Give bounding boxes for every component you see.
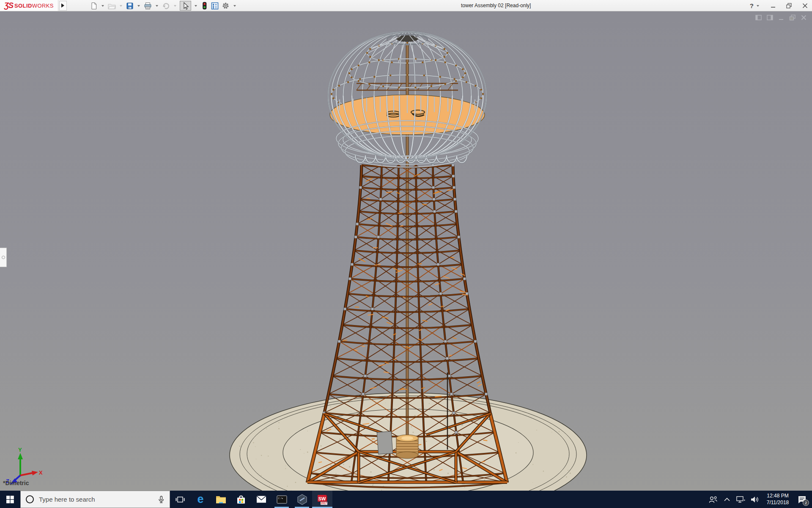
document-window-controls [755, 14, 807, 21]
new-document-button[interactable] [90, 1, 98, 11]
close-button[interactable] [802, 3, 808, 8]
restore-button[interactable] [786, 3, 792, 8]
print-button[interactable] [143, 1, 152, 11]
undo-button[interactable] [162, 1, 170, 11]
3d-app-icon [297, 494, 307, 505]
people-button[interactable] [707, 491, 719, 508]
windows-taskbar: e [0, 491, 812, 508]
command-prompt-icon: C:\ [277, 495, 287, 504]
new-caret[interactable] [102, 5, 104, 7]
undo-icon [162, 2, 170, 10]
options-caret[interactable] [233, 5, 236, 7]
view-orientation-label: *Dimetric [3, 480, 29, 486]
chevron-up-icon [724, 497, 730, 502]
print-icon [144, 2, 152, 10]
save-floppy-icon [126, 2, 134, 10]
taskbar-search[interactable] [20, 491, 170, 508]
model-scene [0, 11, 812, 491]
task-view-icon [176, 495, 185, 504]
doc-close-button[interactable] [801, 14, 807, 21]
people-icon [709, 496, 717, 503]
doc-minimize-button[interactable] [778, 14, 785, 21]
save-caret[interactable] [137, 5, 140, 7]
edge-icon: e [197, 494, 203, 505]
open-document-button[interactable] [107, 1, 116, 11]
gear-icon [222, 2, 230, 10]
volume-button[interactable] [749, 491, 761, 508]
task-pane-button[interactable] [211, 1, 219, 11]
cortana-icon [26, 495, 34, 503]
options-button[interactable] [221, 1, 230, 11]
system-tray: 12:48 PM 7/11/2018 2 [707, 491, 812, 508]
traffic-light-icon [201, 2, 208, 10]
help-button[interactable]: ? [750, 2, 760, 9]
tray-overflow-button[interactable] [721, 491, 733, 508]
viewport-canvas[interactable]: Y X Z *Dimetric [0, 11, 812, 491]
undo-caret[interactable] [174, 5, 176, 7]
property-list-icon [211, 2, 219, 10]
file-explorer-button[interactable] [211, 491, 231, 508]
collapse-right-pane-button[interactable] [767, 14, 774, 21]
tray-date: 7/11/2018 [763, 500, 793, 506]
solidworks-logo: ƷS SOLID WORKS [0, 0, 58, 11]
mail-icon [256, 495, 266, 503]
search-input[interactable] [39, 496, 153, 503]
quick-toolbar [90, 0, 237, 11]
3d-app-button[interactable] [292, 491, 312, 508]
title-bar: ƷS SOLID WORKS [0, 0, 812, 11]
sw-letters: SW [318, 496, 326, 501]
store-icon [236, 494, 246, 505]
edge-button[interactable]: e [190, 491, 211, 508]
toolbar-flyout-button[interactable] [59, 1, 67, 11]
help-caret [757, 5, 759, 7]
network-icon [736, 496, 746, 503]
doc-restore-button[interactable] [789, 14, 796, 21]
open-folder-icon [108, 2, 116, 10]
ds-logo-glyph: ƷS [4, 1, 13, 10]
window-controls: ? [750, 0, 808, 11]
logo-works-text: WORKS [32, 3, 54, 9]
document-title: tower Assembly 02 [Read-only] [461, 0, 531, 11]
mail-button[interactable] [251, 491, 272, 508]
display-states-button[interactable] [200, 1, 208, 11]
help-icon: ? [750, 2, 754, 9]
command-prompt-button[interactable]: C:\ [272, 491, 292, 508]
triad-x-label: X [39, 469, 43, 476]
solidworks-2017-icon: SW 2017 [317, 494, 328, 505]
file-explorer-icon [216, 495, 226, 504]
solidworks-app-button[interactable]: SW 2017 [312, 491, 332, 508]
select-tool-button[interactable] [180, 1, 191, 11]
action-center-button[interactable]: 2 [794, 491, 809, 508]
windows-logo-icon [6, 496, 14, 503]
flyout-arrow-icon [61, 3, 64, 8]
start-button[interactable] [0, 491, 20, 508]
open-caret[interactable] [120, 5, 122, 7]
collapse-left-pane-button[interactable] [755, 14, 762, 21]
solidworks-window: ƷS SOLID WORKS [0, 0, 812, 508]
tray-clock[interactable]: 12:48 PM 7/11/2018 [763, 493, 793, 506]
collapsed-panel-tab[interactable] [0, 248, 7, 267]
print-caret[interactable] [156, 5, 158, 7]
network-button[interactable] [735, 491, 747, 508]
tray-time: 12:48 PM [763, 493, 793, 500]
save-button[interactable] [126, 1, 134, 11]
speaker-icon [751, 496, 759, 503]
notification-badge: 2 [803, 500, 809, 506]
minimize-button[interactable] [771, 3, 776, 8]
panel-tab-icon [2, 256, 5, 259]
select-cursor-icon [181, 2, 189, 10]
select-caret[interactable] [195, 5, 197, 7]
triad-y-label: Y [18, 447, 22, 453]
task-view-button[interactable] [170, 491, 190, 508]
store-button[interactable] [231, 491, 251, 508]
sw-year: 2017 [321, 502, 327, 505]
microphone-icon[interactable] [158, 496, 165, 503]
logo-solid-text: SOLID [14, 3, 32, 9]
new-document-icon [90, 2, 98, 10]
